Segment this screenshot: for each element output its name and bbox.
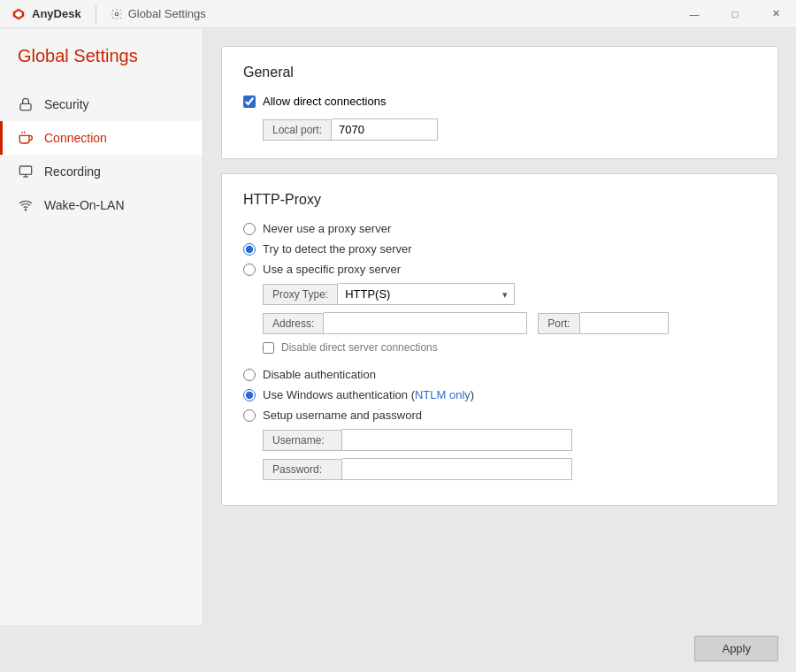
app-body: Global Settings Security Connection: [0, 28, 796, 625]
main-content: General Allow direct connections Local p…: [203, 28, 796, 625]
auth-windows-radio[interactable]: [243, 389, 256, 401]
sidebar-item-recording-label: Recording: [44, 164, 101, 179]
username-row: Username:: [263, 429, 756, 451]
auth-setup-row: Setup username and password: [243, 409, 756, 422]
auth-windows-row: Use Windows authentication (NTLM only): [243, 388, 756, 401]
lock-icon: [18, 96, 34, 112]
allow-direct-label: Allow direct connections: [263, 95, 386, 108]
port-field: Port:: [538, 312, 668, 334]
svg-rect-7: [19, 166, 31, 174]
http-proxy-card: HTTP-Proxy Never use a proxy server Try …: [221, 173, 778, 506]
proxy-fields: Proxy Type: HTTP(S) SOCKS4 SOCKS5 Addres…: [263, 283, 756, 354]
sidebar-title: Global Settings: [0, 46, 203, 88]
auth-none-label: Disable authentication: [263, 368, 376, 381]
svg-point-3: [115, 12, 119, 16]
titlebar-tab-label: Global Settings: [128, 7, 206, 20]
minimize-button[interactable]: —: [674, 0, 715, 28]
maximize-button[interactable]: □: [715, 0, 755, 28]
titlebar-divider: [96, 5, 96, 23]
sidebar: Global Settings Security Connection: [0, 28, 203, 625]
disable-direct-label: Disable direct server connections: [281, 341, 438, 354]
svg-rect-4: [20, 103, 31, 110]
proxy-type-select-wrapper: HTTP(S) SOCKS4 SOCKS5: [338, 283, 515, 305]
port-input[interactable]: [580, 312, 669, 334]
port-label: Port:: [538, 313, 579, 334]
proxy-specific-label: Use a specific proxy server: [263, 263, 401, 276]
auth-windows-label: Use Windows authentication (NTLM only): [263, 388, 474, 401]
password-label: Password:: [263, 459, 342, 480]
titlebar-controls: — □ ✕: [674, 0, 796, 28]
username-label: Username:: [263, 430, 342, 451]
credentials-fields: Username: Password:: [263, 429, 756, 480]
auth-windows-prefix: Use Windows authentication (: [263, 388, 415, 401]
sidebar-item-wake-on-lan[interactable]: Wake-On-LAN: [0, 188, 203, 222]
app-logo: AnyDesk: [0, 6, 92, 22]
sidebar-item-security[interactable]: Security: [0, 88, 203, 121]
wifi-icon: [18, 197, 34, 213]
password-row: Password:: [263, 458, 756, 480]
disable-direct-checkbox[interactable]: [263, 342, 274, 354]
proxy-specific-radio[interactable]: [243, 263, 256, 276]
auth-section: Disable authentication Use Windows authe…: [243, 368, 756, 480]
general-card: General Allow direct connections Local p…: [221, 46, 778, 159]
auth-setup-radio[interactable]: [243, 409, 256, 422]
address-label: Address:: [263, 313, 324, 334]
proxy-detect-row: Try to detect the proxy server: [243, 242, 756, 256]
sidebar-item-connection[interactable]: Connection: [0, 121, 203, 155]
plug-icon: [18, 130, 34, 146]
address-field: Address:: [263, 312, 527, 334]
proxy-specific-row: Use a specific proxy server: [243, 263, 756, 276]
sidebar-item-connection-label: Connection: [44, 131, 107, 145]
auth-setup-label: Setup username and password: [263, 409, 422, 422]
close-button[interactable]: ✕: [755, 0, 796, 28]
sidebar-item-security-label: Security: [44, 97, 89, 111]
apply-button[interactable]: Apply: [694, 636, 778, 661]
proxy-never-row: Never use a proxy server: [243, 222, 756, 235]
proxy-type-row: Proxy Type: HTTP(S) SOCKS4 SOCKS5: [263, 283, 756, 305]
proxy-never-radio[interactable]: [243, 223, 256, 235]
proxy-detect-label: Try to detect the proxy server: [263, 242, 412, 256]
svg-point-10: [25, 210, 26, 210]
auth-none-radio[interactable]: [243, 369, 256, 381]
titlebar: AnyDesk Global Settings — □ ✕: [0, 0, 796, 28]
http-proxy-title: HTTP-Proxy: [243, 192, 756, 208]
local-port-input[interactable]: [332, 118, 438, 141]
auth-none-row: Disable authentication: [243, 368, 756, 381]
app-name: AnyDesk: [32, 7, 81, 20]
monitor-icon: [18, 164, 34, 179]
sidebar-item-recording[interactable]: Recording: [0, 155, 203, 188]
proxy-never-label: Never use a proxy server: [263, 222, 391, 235]
local-port-label: Local port:: [263, 119, 332, 141]
proxy-detect-radio[interactable]: [243, 243, 256, 256]
titlebar-tab: Global Settings: [100, 7, 217, 20]
proxy-type-label: Proxy Type:: [263, 284, 338, 305]
footer: Apply: [0, 625, 796, 672]
password-input[interactable]: [342, 458, 572, 480]
local-port-row: Local port:: [263, 118, 756, 141]
general-title: General: [243, 65, 756, 80]
auth-windows-suffix: ): [471, 388, 474, 401]
disable-direct-row: Disable direct server connections: [263, 341, 756, 354]
sidebar-item-wake-on-lan-label: Wake-On-LAN: [44, 198, 125, 212]
settings-icon: [111, 8, 123, 20]
allow-direct-checkbox[interactable]: [243, 95, 256, 108]
auth-windows-highlight: NTLM only: [415, 388, 471, 401]
address-port-row: Address: Port:: [263, 312, 756, 334]
username-input[interactable]: [342, 429, 572, 451]
anydesk-logo-icon: [11, 6, 27, 22]
proxy-type-select[interactable]: HTTP(S) SOCKS4 SOCKS5: [338, 283, 515, 305]
address-input[interactable]: [324, 312, 527, 334]
allow-direct-row: Allow direct connections: [243, 95, 756, 108]
